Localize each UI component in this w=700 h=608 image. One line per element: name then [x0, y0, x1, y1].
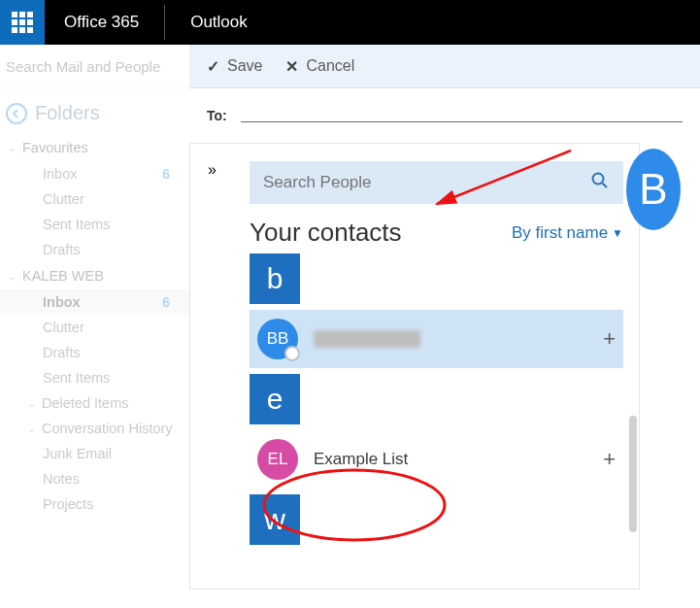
contact-name — [314, 330, 420, 348]
folder-tree: ⌄ Favourites Inbox6 Clutter Sent Items D… — [0, 134, 189, 517]
contact-name: Example List — [314, 450, 408, 469]
search-icon[interactable] — [590, 171, 610, 194]
to-input[interactable] — [241, 109, 683, 122]
presence-indicator — [284, 346, 300, 361]
group-label: Favourites — [22, 140, 88, 155]
folder-inbox[interactable]: Inbox6 — [0, 289, 189, 315]
chevron-down-icon: ⌄ — [27, 397, 36, 410]
chevron-double-right-icon: » — [208, 161, 217, 179]
folder-drafts[interactable]: Drafts — [0, 340, 189, 365]
folder-notes[interactable]: Notes — [0, 466, 189, 491]
contact-row[interactable]: BB + — [250, 310, 623, 368]
brand-label[interactable]: Office 365 — [45, 13, 158, 32]
avatar: BB — [257, 319, 298, 359]
group-kaleb-web[interactable]: ⌄ KALEB WEB — [0, 262, 189, 289]
expand-handle[interactable]: » — [189, 143, 234, 590]
folder-sent-items[interactable]: Sent Items — [0, 212, 189, 237]
top-bar: Office 365 Outlook — [0, 0, 700, 45]
scrollbar-thumb[interactable] — [629, 416, 637, 532]
main-pane: ✓ Save ✕ Cancel To: » — [189, 45, 700, 608]
waffle-icon — [12, 12, 33, 33]
folder-deleted-items[interactable]: ⌄Deleted Items — [0, 390, 189, 416]
to-field-row: To: — [189, 88, 700, 131]
unread-badge: 6 — [162, 294, 170, 310]
svg-line-1 — [603, 184, 608, 188]
contacts-title: Your contacts — [250, 218, 402, 248]
folder-conversation-history[interactable]: ⌄Conversation History — [0, 416, 189, 441]
app-label: Outlook — [171, 13, 267, 32]
chevron-down-icon: ⌄ — [8, 270, 17, 283]
unread-badge: 6 — [162, 166, 170, 182]
contact-preview: B — [640, 143, 698, 590]
group-label: KALEB WEB — [22, 268, 104, 284]
contact-row[interactable]: EL Example List + — [250, 430, 623, 489]
search-input[interactable] — [6, 58, 183, 75]
folder-projects[interactable]: Projects — [0, 491, 189, 517]
preview-avatar: B — [626, 149, 681, 230]
folder-junk-email[interactable]: Junk Email — [0, 441, 189, 466]
to-label: To: — [207, 108, 227, 123]
folder-drafts[interactable]: Drafts — [0, 237, 189, 262]
letter-header-w[interactable]: w — [250, 494, 300, 545]
contacts-header: Your contacts By first name ▼ — [250, 218, 623, 248]
group-favourites[interactable]: ⌄ Favourites — [0, 134, 189, 161]
compose-toolbar: ✓ Save ✕ Cancel — [189, 45, 700, 88]
save-button[interactable]: ✓ Save — [207, 57, 262, 76]
check-icon: ✓ — [207, 57, 219, 76]
folders-header[interactable]: Folders — [0, 88, 189, 134]
back-icon[interactable] — [6, 103, 27, 124]
folders-title: Folders — [35, 102, 100, 124]
cancel-button[interactable]: ✕ Cancel — [285, 57, 354, 76]
avatar: EL — [257, 439, 298, 480]
people-picker-panel: Your contacts By first name ▼ b BB + e — [234, 143, 640, 590]
chevron-down-icon: ⌄ — [8, 142, 17, 154]
folder-sent-items[interactable]: Sent Items — [0, 365, 189, 390]
folder-inbox[interactable]: Inbox6 — [0, 161, 189, 186]
search-row — [0, 45, 189, 88]
add-contact-button[interactable]: + — [603, 326, 616, 352]
close-icon: ✕ — [285, 57, 298, 76]
chevron-down-icon: ⌄ — [27, 422, 36, 435]
sort-dropdown[interactable]: By first name ▼ — [512, 223, 623, 243]
letter-header-e[interactable]: e — [250, 374, 300, 424]
letter-header-b[interactable]: b — [250, 253, 300, 304]
header-divider — [164, 5, 165, 40]
folder-clutter[interactable]: Clutter — [0, 186, 189, 212]
caret-down-icon: ▼ — [612, 226, 623, 240]
add-contact-button[interactable]: + — [603, 447, 616, 472]
left-pane: Folders ⌄ Favourites Inbox6 Clutter Sent… — [0, 45, 189, 608]
search-people-input[interactable] — [263, 173, 541, 192]
search-people-box[interactable] — [250, 161, 623, 204]
svg-point-0 — [593, 174, 604, 185]
folder-clutter[interactable]: Clutter — [0, 315, 189, 340]
app-launcher[interactable] — [0, 0, 45, 45]
